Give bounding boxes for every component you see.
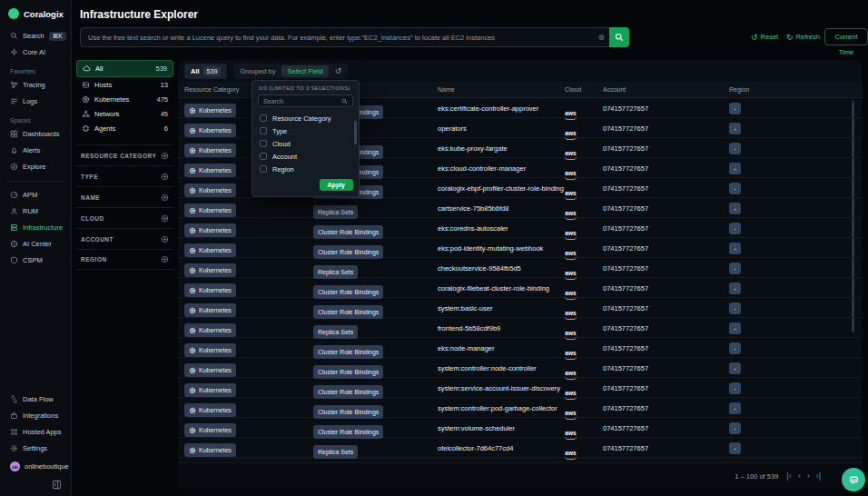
filter-section-type[interactable]: TYPE <box>76 165 173 186</box>
dropdown-option-resource-category[interactable]: Resource Category <box>252 112 359 124</box>
first-page-icon[interactable]: |‹ <box>786 471 791 481</box>
sidebar-item-alerts[interactable]: Alerts <box>0 144 71 156</box>
last-page-icon[interactable]: ›| <box>816 471 821 481</box>
section-label-favorites: Favorites <box>0 68 71 74</box>
sidebar-item-logs[interactable]: Logs <box>0 95 71 107</box>
collapse-sidebar-icon[interactable] <box>52 480 62 490</box>
apply-button[interactable]: Apply <box>320 179 353 191</box>
dropdown-option-cloud[interactable]: Cloud <box>252 137 359 150</box>
dropdown-option-region[interactable]: Region <box>252 163 359 175</box>
next-page-icon[interactable]: › <box>807 471 810 481</box>
filter-section-resource-category[interactable]: RESOURCE CATEGORY <box>76 144 173 165</box>
reset-grouping-icon[interactable]: ↺ <box>335 66 342 75</box>
kubernetes-icon <box>189 187 196 194</box>
tab-all[interactable]: All 539 <box>184 64 227 79</box>
count-badge: 539 <box>155 64 167 73</box>
sidebar-item-integrations[interactable]: Integrations <box>0 410 71 422</box>
coralogix-logo-icon <box>8 8 19 19</box>
filter-category-agents[interactable]: Agents 6 <box>76 121 173 135</box>
table-row[interactable]: Kubernetes Replica Sets frontend-5b58cdf… <box>178 318 863 338</box>
sidebar-item-label: Logs <box>23 97 37 105</box>
column-header-cloud[interactable]: Cloud <box>565 86 581 93</box>
filter-category-network[interactable]: Network 45 <box>76 106 173 121</box>
filter-category-hosts[interactable]: Hosts 13 <box>76 77 173 92</box>
account-id: 074157727657 <box>603 384 648 392</box>
account-id: 074157727657 <box>603 364 648 372</box>
kubernetes-icon <box>189 207 196 214</box>
reset-button[interactable]: ↺ Reset <box>751 33 778 41</box>
sidebar-item-settings[interactable]: Settings <box>0 442 71 454</box>
sidebar-item-user[interactable]: ob onlineboutique <box>0 461 71 472</box>
resource-name: eks:node-manager <box>438 344 495 352</box>
sidebar-item-tracing[interactable]: Tracing <box>0 79 71 91</box>
filter-section-cloud[interactable]: CLOUD <box>76 207 173 228</box>
account-id: 074157727657 <box>603 304 648 312</box>
time-range-button[interactable]: Current Time <box>824 28 868 45</box>
kubernetes-icon <box>189 147 196 154</box>
checkbox[interactable] <box>260 165 267 173</box>
table-row[interactable]: Kubernetes Cluster Role Bindings system:… <box>178 358 863 378</box>
table-row[interactable]: Kubernetes Replica Sets checkoutservice-… <box>178 258 863 278</box>
select-field-button[interactable]: Select Field <box>281 65 328 77</box>
type-badge: Replica Sets <box>313 445 358 459</box>
sidebar-item-infrastructure[interactable]: Infrastructure <box>0 222 71 233</box>
filter-section-region[interactable]: REGION <box>76 249 173 270</box>
sidebar-item-dashboards[interactable]: Dashboards <box>0 128 71 140</box>
dropdown-option-type[interactable]: Type <box>252 124 359 137</box>
column-header-name[interactable]: Name <box>438 86 455 93</box>
checkbox[interactable] <box>260 114 267 122</box>
clear-search-icon[interactable]: ⊗ <box>597 33 605 42</box>
kubernetes-icon <box>189 267 196 274</box>
table-row[interactable]: Kubernetes Replica Sets otelcollector-58… <box>178 458 863 462</box>
sidebar-item-rum[interactable]: RUM <box>0 205 71 217</box>
checkbox[interactable] <box>260 127 267 134</box>
grouped-by-label: Grouped by <box>240 67 275 75</box>
sidebar-item-hosted-apps[interactable]: Hosted Apps <box>0 426 71 438</box>
prev-page-icon[interactable]: ‹ <box>798 471 801 481</box>
region-badge: - <box>729 223 741 234</box>
sidebar-item-core-ai[interactable]: Core AI <box>0 46 71 58</box>
refresh-button[interactable]: ↻ Refresh <box>786 33 820 41</box>
sidebar-item-cspm[interactable]: CSPM <box>0 254 71 266</box>
table-row[interactable]: Kubernetes Replica Sets otelcollector-7d… <box>178 438 863 458</box>
type-badge: Cluster Role Bindings <box>313 285 383 299</box>
column-header-region[interactable]: Region <box>729 86 749 93</box>
dropdown-scrollbar[interactable] <box>354 121 357 144</box>
table-row[interactable]: Kubernetes Cluster Role Bindings system:… <box>178 298 863 318</box>
plus-circle-icon <box>161 214 169 223</box>
table-row[interactable]: Kubernetes Cluster Role Bindings system:… <box>178 398 863 418</box>
table-row[interactable]: Kubernetes Cluster Role Bindings eks:cor… <box>178 218 863 238</box>
filter-section-account[interactable]: ACCOUNT <box>76 228 173 249</box>
search-button[interactable] <box>609 27 629 47</box>
type-badge: Replica Sets <box>313 205 358 219</box>
dropdown-search-input[interactable] <box>259 98 341 104</box>
tab-count-badge: 539 <box>203 66 222 76</box>
sidebar-item-search[interactable]: Search ⌘K <box>0 30 71 42</box>
filter-section-name[interactable]: NAME <box>76 186 173 207</box>
table-row[interactable]: Kubernetes Cluster Role Bindings system:… <box>178 378 863 398</box>
query-input[interactable] <box>81 34 597 42</box>
region-badge: - <box>729 103 741 114</box>
table-row[interactable]: Kubernetes Cluster Role Bindings eks:pod… <box>178 238 863 258</box>
resource-name: system:volume-scheduler <box>438 424 515 432</box>
chat-widget-button[interactable] <box>842 468 865 491</box>
sidebar-item-explore[interactable]: Explore <box>0 161 71 173</box>
resource-name: coralogix-filebeat-cluster-role-binding <box>438 284 549 293</box>
sidebar-item-data-flow[interactable]: Data Flow <box>0 393 71 405</box>
table-row[interactable]: Kubernetes Cluster Role Bindings eks:nod… <box>178 338 863 358</box>
sidebar-item-apm[interactable]: APM <box>0 189 71 201</box>
sidebar-item-ai-center[interactable]: AI Center <box>0 238 71 250</box>
dropdown-option-account[interactable]: Account <box>252 150 359 163</box>
plus-circle-icon <box>161 235 169 243</box>
type-badge: Replica Sets <box>313 325 358 339</box>
filter-category-all[interactable]: All 539 <box>76 60 173 77</box>
magnifier-icon <box>341 98 348 104</box>
column-header-resource-category[interactable]: Resource Category <box>184 86 239 93</box>
table-row[interactable]: Kubernetes Cluster Role Bindings system:… <box>178 418 863 438</box>
table-row[interactable]: Kubernetes Replica Sets cartservice-75b8… <box>178 198 863 218</box>
filter-category-kubernetes[interactable]: Kubernetes 475 <box>76 92 173 106</box>
checkbox[interactable] <box>260 153 267 160</box>
checkbox[interactable] <box>260 140 267 147</box>
table-row[interactable]: Kubernetes Cluster Role Bindings coralog… <box>178 278 863 298</box>
column-header-account[interactable]: Account <box>603 86 626 93</box>
